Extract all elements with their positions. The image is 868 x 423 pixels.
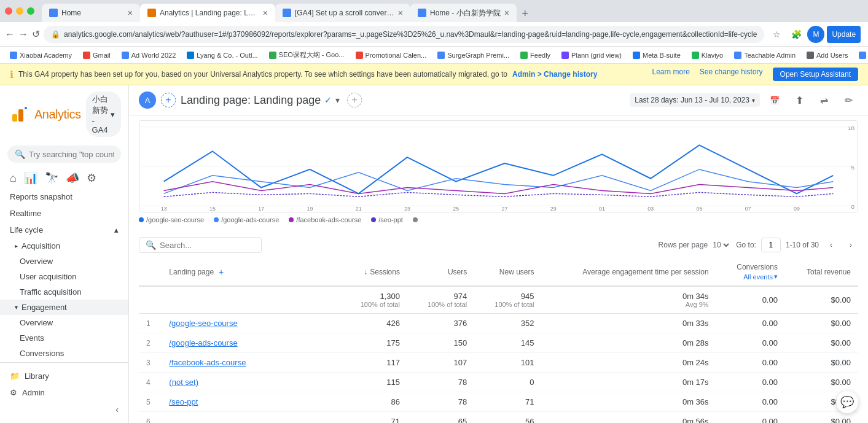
tab-home[interactable]: Home × bbox=[42, 4, 140, 22]
bookmark-startscale[interactable]: Start & Scale Your... bbox=[854, 50, 868, 60]
col-landing-page-add[interactable]: + bbox=[219, 267, 224, 277]
tab-ga4[interactable]: [GA4] Set up a scroll convers... × bbox=[275, 4, 410, 22]
nav-realtime[interactable]: Realtime bbox=[0, 205, 128, 222]
collapse-sidebar-btn[interactable]: ‹ bbox=[0, 401, 128, 418]
ga-search-bar[interactable]: 🔍 bbox=[7, 146, 121, 163]
row-sessions: 115 bbox=[340, 373, 407, 392]
address-bar[interactable]: 🔒 analytics.google.com/analytics/web/?au… bbox=[44, 26, 764, 43]
new-tab-button[interactable]: + bbox=[517, 5, 534, 22]
floating-help-button[interactable]: 💬 bbox=[836, 391, 858, 413]
all-events-selector[interactable]: All events ▾ bbox=[743, 273, 778, 281]
refresh-button[interactable]: ↺ bbox=[32, 26, 40, 43]
nav-engagement[interactable]: ▾ Engagement bbox=[0, 300, 128, 315]
th-total-revenue[interactable]: Total revenue bbox=[785, 258, 858, 286]
page-input[interactable] bbox=[761, 238, 781, 252]
legend-item-fb[interactable]: /facebook-ads-course bbox=[289, 216, 361, 223]
minimize-window-btn[interactable] bbox=[16, 7, 23, 15]
nav-advertising-icon[interactable]: 📣 bbox=[66, 171, 79, 185]
update-button[interactable]: Update bbox=[827, 26, 861, 43]
nav-reports-snapshot[interactable]: Reports snapshot bbox=[0, 188, 128, 205]
tab-close-analytics[interactable]: × bbox=[263, 8, 268, 18]
bookmark-adworld[interactable]: Ad World 2022 bbox=[117, 50, 181, 60]
th-users[interactable]: Users bbox=[407, 258, 474, 286]
nav-home-icon[interactable]: ⌂ bbox=[10, 172, 17, 185]
nav-events[interactable]: Events bbox=[0, 330, 128, 346]
learn-more-link[interactable]: Learn more bbox=[652, 68, 689, 81]
nav-explore-icon[interactable]: 🔭 bbox=[45, 171, 58, 185]
bookmark-promo[interactable]: Promotional Calen... bbox=[351, 50, 432, 60]
bookmark-star-icon[interactable]: ☆ bbox=[768, 26, 785, 43]
add-comparison-button[interactable]: + bbox=[161, 93, 176, 107]
prev-page-button[interactable]: ‹ bbox=[824, 238, 839, 252]
nav-library[interactable]: 📁 Library bbox=[0, 368, 128, 384]
see-change-history-link[interactable]: See change history bbox=[700, 68, 763, 81]
bookmark-meta[interactable]: Meta B-suite bbox=[628, 50, 686, 60]
extension-icon[interactable]: 🧩 bbox=[788, 26, 805, 43]
tab-close-home[interactable]: × bbox=[128, 8, 133, 18]
page-path-link[interactable]: /google-seo-course bbox=[169, 319, 237, 328]
page-path-link[interactable]: /seo-ppt bbox=[169, 397, 198, 406]
th-sessions[interactable]: ↓ Sessions bbox=[340, 258, 407, 286]
open-setup-assistant-button[interactable]: Open Setup Assistant bbox=[773, 68, 858, 81]
tab-xiaobai[interactable]: Home - 小白新势学院 × bbox=[410, 4, 517, 22]
add-tab-button[interactable]: + bbox=[347, 93, 362, 107]
page-path-link[interactable]: /google-ads-course bbox=[169, 338, 237, 347]
table-search-input[interactable] bbox=[160, 241, 255, 250]
notification-link-text[interactable]: Admin > Change history bbox=[512, 70, 597, 79]
date-range-selector[interactable]: Last 28 days: Jun 13 - Jul 10, 2023 ▾ bbox=[630, 93, 760, 107]
nav-user-acquisition[interactable]: User acquisition bbox=[0, 269, 128, 284]
nav-conversions[interactable]: Conversions bbox=[0, 346, 128, 361]
tab-close-ga4[interactable]: × bbox=[398, 8, 403, 18]
forward-button[interactable]: → bbox=[18, 26, 28, 43]
th-new-users[interactable]: New users bbox=[474, 258, 541, 286]
nav-reports-icon[interactable]: 📊 bbox=[24, 171, 37, 185]
profile-icon[interactable]: M bbox=[807, 26, 824, 43]
calendar-view-button[interactable]: 📅 bbox=[765, 90, 784, 110]
bookmark-addusers[interactable]: Add Users bbox=[802, 50, 853, 60]
edit-button[interactable]: ✏ bbox=[839, 90, 858, 110]
back-button[interactable]: ← bbox=[5, 26, 15, 43]
summary-conversions-val: 0.00 bbox=[724, 295, 778, 305]
nav-configure-icon[interactable]: ⚙ bbox=[87, 171, 96, 185]
page-path-link[interactable]: (not set) bbox=[169, 378, 198, 387]
nav-admin-label: Admin bbox=[22, 388, 45, 397]
bookmark-lyang[interactable]: Lyang & Co. - Outl... bbox=[182, 50, 262, 60]
legend-item-ads[interactable]: /google-ads-course bbox=[214, 216, 279, 223]
next-page-button[interactable]: › bbox=[843, 238, 858, 252]
bookmark-xiaobai[interactable]: Xiaobai Academy bbox=[5, 50, 77, 60]
nav-overview-acq[interactable]: Overview bbox=[0, 254, 128, 269]
bookmark-plann[interactable]: Plann (grid view) bbox=[557, 50, 627, 60]
tab-analytics[interactable]: Analytics | Landing page: Land... × bbox=[140, 4, 275, 22]
search-box[interactable]: 🔍 bbox=[139, 237, 262, 253]
bookmark-seo[interactable]: SEO课程大纲 - Goo... bbox=[264, 49, 350, 61]
nav-lifecycle[interactable]: Life cycle ▴ bbox=[0, 222, 128, 238]
compare-button[interactable]: ⇌ bbox=[814, 90, 834, 110]
legend-item-ppt[interactable]: /seo-ppt bbox=[371, 216, 403, 223]
th-conversions[interactable]: Conversions All events ▾ bbox=[716, 258, 785, 286]
th-avg-engagement[interactable]: Average engagement time per session bbox=[542, 258, 716, 286]
legend-item-dot5[interactable] bbox=[413, 216, 418, 223]
rows-per-page-select[interactable]: 10 25 50 bbox=[710, 240, 731, 250]
legend-item-seo[interactable]: /google-seo-course bbox=[139, 216, 204, 223]
nav-traffic-acquisition[interactable]: Traffic acquisition bbox=[0, 284, 128, 300]
bookmark-klaviyo[interactable]: Klaviyo bbox=[687, 50, 728, 60]
maximize-window-btn[interactable] bbox=[27, 7, 34, 15]
th-landing-page[interactable]: Landing page + bbox=[162, 258, 340, 286]
nav-overview-eng[interactable]: Overview bbox=[0, 315, 128, 330]
row-num: 4 bbox=[139, 373, 162, 392]
property-selector[interactable]: 小白新势 - GA4 ▾ bbox=[86, 91, 121, 137]
bookmark-teachable[interactable]: Teachable Admin bbox=[729, 50, 800, 60]
share-button[interactable]: ⬆ bbox=[789, 90, 809, 110]
nav-acquisition[interactable]: ▸ Acquisition bbox=[0, 238, 128, 254]
bookmark-gmail[interactable]: Gmail bbox=[78, 50, 115, 60]
page-path-link[interactable]: /facebook-ads-course bbox=[169, 358, 246, 367]
tab-close-xiaobai[interactable]: × bbox=[504, 8, 509, 18]
menu-icon[interactable]: ⋮ bbox=[863, 26, 868, 43]
close-window-btn[interactable] bbox=[5, 7, 12, 15]
ga-search-input[interactable] bbox=[29, 150, 114, 159]
nav-admin[interactable]: ⚙ Admin bbox=[0, 384, 128, 401]
row-users: 107 bbox=[407, 353, 474, 373]
report-title-chevron[interactable]: ▾ bbox=[335, 95, 340, 105]
bookmark-surgegraph[interactable]: SurgeGraph Premi... bbox=[432, 50, 514, 60]
bookmark-feedly[interactable]: Feedly bbox=[515, 50, 555, 60]
